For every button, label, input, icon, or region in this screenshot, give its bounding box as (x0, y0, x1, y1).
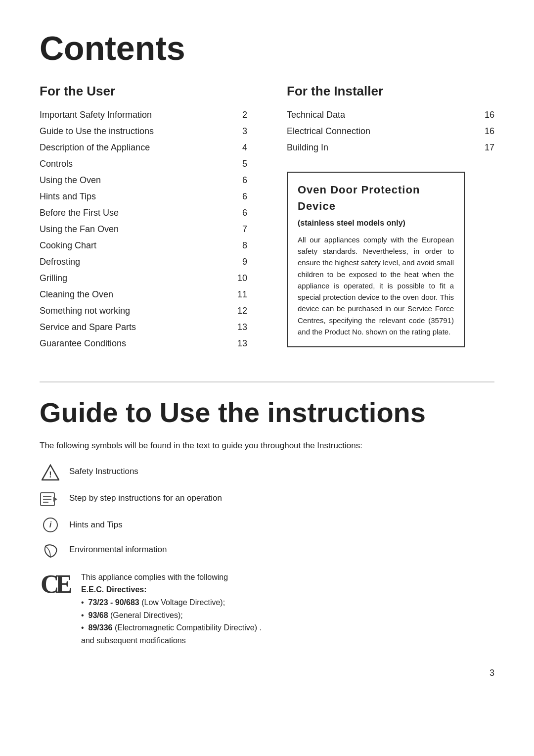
protection-device-box: Oven Door Protection Device (stainless s… (287, 172, 465, 347)
ce-directive-3: • 89/336 (Electromagnetic Compatibility … (81, 623, 262, 632)
symbol-label-safety: Safety Instructions (69, 463, 138, 478)
symbol-row-warning: ! Safety Instructions (40, 463, 494, 481)
ce-mark-icon: C E (40, 571, 74, 597)
page-title: Contents (40, 30, 494, 67)
toc-entry: Cleaning the Oven 11 (40, 286, 247, 303)
toc-entry: Using the Oven 6 (40, 172, 247, 189)
toc-entry: Service and Spare Parts 13 (40, 319, 247, 335)
guide-section: Guide to Use the instructions The follow… (40, 397, 494, 647)
symbol-label-step: Step by step instructions for an operati… (69, 490, 222, 505)
toc-entry: Guide to Use the instructions 3 (40, 123, 247, 140)
toc-entry: Hints and Tips 6 (40, 189, 247, 205)
toc-entry: Grilling 10 (40, 270, 247, 286)
warning-triangle-icon: ! (40, 464, 61, 481)
svg-text:!: ! (49, 471, 51, 479)
toc-entry: Cooking Chart 8 (40, 237, 247, 254)
symbol-row-info: i Hints and Tips (40, 517, 494, 532)
protection-box-body: All our appliances comply with the Europ… (298, 234, 454, 337)
for-user-heading: For the User (40, 82, 247, 101)
page-number: 3 (40, 666, 494, 680)
for-user-column: For the User Important Safety Informatio… (40, 82, 267, 352)
contents-section: For the User Important Safety Informatio… (40, 82, 494, 352)
svg-marker-6 (53, 497, 57, 502)
toc-entry: Defrosting 9 (40, 254, 247, 270)
symbol-row-leaf: Environmental information (40, 541, 494, 559)
for-installer-heading: For the Installer (287, 82, 494, 101)
section-divider (40, 381, 494, 382)
toc-entry: Building In 17 (287, 140, 494, 156)
toc-entry: Something not working 12 (40, 303, 247, 319)
ce-text-block: This appliance complies with the followi… (81, 571, 262, 647)
toc-entry: Important Safety Information 2 (40, 107, 247, 123)
symbol-label-hints: Hints and Tips (69, 517, 123, 531)
ce-directives-label: E.E.C. Directives: (81, 585, 147, 594)
protection-box-subtitle: (stainless steel models only) (298, 217, 454, 229)
for-installer-column: For the Installer Technical Data 16 Elec… (267, 82, 494, 352)
protection-box-title: Oven Door Protection Device (298, 182, 454, 214)
toc-entry: Electrical Connection 16 (287, 123, 494, 140)
toc-entry: Description of the Appliance 4 (40, 140, 247, 156)
leaf-icon (40, 542, 61, 559)
symbol-row-step: Step by step instructions for an operati… (40, 490, 494, 508)
toc-entry: Technical Data 16 (287, 107, 494, 123)
svg-text:E: E (55, 571, 73, 597)
ce-directive-1: • 73/23 - 90/683 (Low Voltage Directive)… (81, 598, 225, 607)
ce-intro: This appliance complies with the followi… (81, 573, 228, 581)
toc-entry: Before the First Use 6 (40, 205, 247, 221)
toc-entry: Using the Fan Oven 7 (40, 221, 247, 237)
guide-intro: The following symbols will be found in t… (40, 439, 494, 452)
symbol-label-env: Environmental information (69, 541, 167, 556)
info-circle-icon: i (40, 518, 61, 532)
ce-compliance-section: C E This appliance complies with the fol… (40, 571, 494, 647)
step-instructions-icon (40, 491, 61, 508)
guide-title: Guide to Use the instructions (40, 397, 494, 428)
toc-entry: Controls 5 (40, 156, 247, 172)
toc-entry: Guarantee Conditions 13 (40, 335, 247, 352)
ce-footer: and subsequent modifications (81, 636, 186, 645)
ce-directive-2: • 93/68 (General Directives); (81, 611, 183, 619)
